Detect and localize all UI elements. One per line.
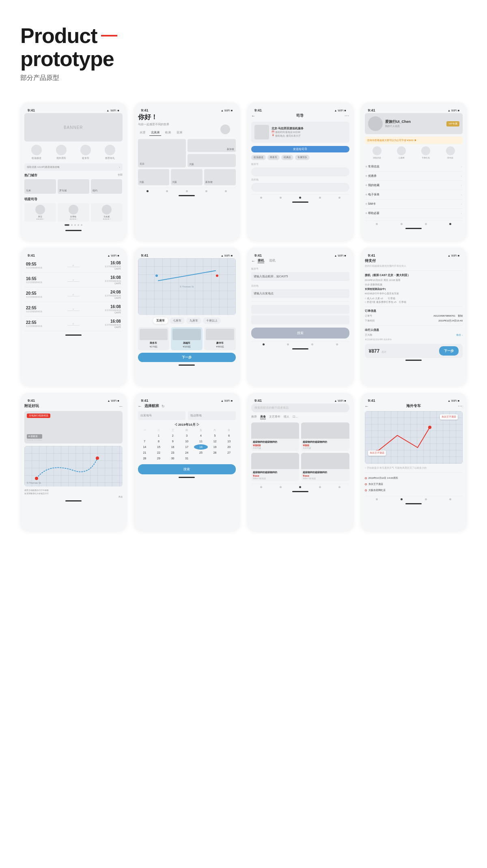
dest-card-beijing[interactable]: 北京 [138, 139, 186, 167]
car-option-3[interactable]: 豪华车 ¥480起 [204, 327, 236, 350]
cal-day[interactable]: 27 [222, 450, 236, 455]
tab-5seat[interactable]: 五座车 [153, 317, 168, 324]
city-card-3[interactable]: 纽约 [91, 179, 123, 194]
cal-day[interactable]: 2 [166, 433, 180, 438]
search-btn-7[interactable]: 搜索 [251, 328, 349, 339]
cal-day[interactable]: 30 [166, 456, 180, 461]
dest-card-osaka[interactable]: 大阪 [187, 154, 236, 167]
tab-hunter[interactable]: 猎人 [284, 415, 289, 419]
cal-day[interactable]: 29 [152, 456, 166, 461]
cal-day[interactable]: 1 [152, 433, 166, 438]
tab-dropoff[interactable]: 送机 [269, 258, 276, 263]
cal-day[interactable]: 7 [138, 439, 152, 444]
cal-day[interactable]: 25 [194, 450, 208, 455]
food-card-3[interactable]: 超级物种的超级物种的 ¥xxx 500m 5折优选 [251, 453, 299, 481]
quick-history[interactable]: 浏览历史 [373, 146, 381, 159]
dest-bottom-1[interactable]: 大阪 [138, 169, 170, 185]
icon-airport[interactable]: 机场接送 [31, 145, 42, 160]
send-to-driver-btn[interactable]: 发送给司导 [251, 146, 349, 152]
tab-food[interactable]: 美食 [260, 415, 266, 419]
car-option-2[interactable]: 高端车 ¥320起 [171, 327, 203, 350]
flight-input[interactable]: 请输入抵达航班，如CA375 [251, 272, 349, 281]
dest-bottom-2[interactable]: 大阪 [171, 169, 203, 185]
destination-input[interactable] [251, 183, 349, 192]
menu-help[interactable]: ○ 帮助必要 › [365, 209, 463, 218]
cal-day[interactable]: 23 [166, 450, 180, 455]
dest-input[interactable]: 请输入出发地点 [251, 289, 349, 298]
menu-sim[interactable]: ○ SIM卡 › [365, 199, 463, 209]
cal-day[interactable]: 19 [208, 444, 222, 450]
promo-bar[interactable]: 领取优惠 UGO约惠香港旅攻略 › [24, 163, 123, 171]
back-button-3[interactable]: ← [251, 114, 255, 118]
back-btn-10[interactable]: ← [138, 404, 142, 408]
to-field[interactable]: 抵达降地 [188, 411, 236, 420]
food-card-1[interactable]: 超级物种的超级物种的 ¥6808 今日可减 [251, 422, 299, 451]
menu-coupon[interactable]: ○ 优惠券 › [365, 171, 463, 181]
additional-field[interactable] [251, 305, 349, 314]
icon-overseas[interactable]: 境外用车 [56, 145, 67, 160]
cal-day[interactable]: 4 [194, 433, 208, 438]
tab-art[interactable]: 文艺青年 [269, 415, 280, 419]
tab-9seat[interactable]: 九座车 [186, 317, 201, 324]
refresh-btn[interactable]: ↻ [162, 404, 165, 408]
more-button-3[interactable]: ··· [345, 114, 349, 118]
cal-day[interactable]: 9 [166, 439, 180, 444]
car-option-1[interactable]: 商务车 ¥270起 [138, 327, 170, 350]
food-card-4[interactable]: 超级物种的超级物种的 ¥xxx 500m 5折优选 [301, 453, 349, 481]
cal-day[interactable]: 16 [166, 444, 180, 450]
tab-10plus[interactable]: 十座以上 [203, 317, 221, 324]
driver-card-3[interactable]: 马龙威 ★★★★☆ [91, 203, 123, 222]
cal-day[interactable]: 21 [138, 450, 152, 455]
cal-day-today[interactable]: 18 [194, 444, 208, 450]
cal-search-btn[interactable]: 搜索 [138, 464, 236, 474]
flight-row-1[interactable]: 09:55 北京首都国际机场 ✈ 16:08 东京羽田国际机场 CA975 [24, 258, 123, 273]
driver-card-1[interactable]: 薛迁 ★★★★☆ [24, 203, 56, 222]
cal-day[interactable]: 31 [180, 456, 194, 461]
cal-day[interactable]: 17 [180, 444, 194, 450]
cal-day[interactable]: 6 [222, 433, 236, 438]
tab-7seat[interactable]: 七座车 [170, 317, 185, 324]
promo-notice[interactable]: 您有待查看超级大赛可以为公司节省 ¥3660 ▶ [365, 137, 463, 144]
icon-charter[interactable]: 租专车 [80, 145, 91, 160]
menu-insurance[interactable]: ○ 电子保单 › [365, 190, 463, 199]
tab-pickup[interactable]: 接机 [258, 258, 264, 263]
cal-day[interactable]: 20 [222, 444, 236, 450]
flight-row-3[interactable]: 20:55 北京首都国际机场 ✈ 24:08 东京羽田国际机场 CA975 [24, 287, 123, 302]
from-field[interactable]: 出发地号 [138, 411, 186, 420]
food-card-2[interactable]: 超级物种的超级物种的 ¥688 今日可减 [301, 422, 349, 451]
more-btn-9[interactable]: ··· [119, 404, 123, 408]
cal-day[interactable]: 10 [180, 439, 194, 444]
cal-day[interactable]: 13 [222, 439, 236, 444]
cal-day[interactable]: 8 [152, 439, 166, 444]
quick-pending[interactable]: 待付款 [446, 146, 455, 159]
flight-row-5[interactable]: 22:55 北京首都国际机场 ✈ 16:08 东京羽田国际机场 CA975 [24, 317, 123, 331]
menu-common-info[interactable]: ○ 常用信息 › [365, 162, 463, 171]
cal-day[interactable]: 3 [180, 433, 194, 438]
cal-day[interactable]: 5 [208, 433, 222, 438]
featured-card[interactable]: 当地旅行线路精选 ♥ 都被迷 ★★★★ 4.5 (99+) [24, 411, 123, 444]
dest-card-top[interactable]: 新加坡 [187, 139, 236, 152]
quick-coupon[interactable]: 卡券红包 [421, 146, 430, 159]
cal-day[interactable]: 24 [180, 450, 194, 455]
back-btn-12[interactable]: ← [365, 404, 369, 408]
driver-card-2[interactable]: 彭博临 ★★★★☆ [58, 203, 89, 222]
activity-search[interactable]: 搜索您想去的餐厅或者菜品 [251, 403, 349, 412]
cal-day[interactable]: 28 [138, 456, 152, 461]
tab-more[interactable]: 口... [293, 415, 298, 419]
icon-recommend[interactable]: 推荐有礼 [105, 145, 115, 160]
menu-favorites[interactable]: ○ 我的收藏 › [365, 181, 463, 190]
back-button-7[interactable]: ← [251, 259, 255, 263]
additional-field-2[interactable] [251, 315, 349, 324]
city-card-2[interactable]: 罗马城 [58, 179, 89, 194]
car-confirm-btn[interactable]: 下一步 [138, 353, 236, 362]
cal-day[interactable]: 14 [138, 444, 152, 450]
cal-day[interactable]: 15 [152, 444, 166, 450]
city-card-1[interactable]: 马来 [24, 179, 56, 194]
cal-day[interactable]: 26 [208, 450, 222, 455]
flight-number-input[interactable] [251, 167, 349, 176]
cal-day[interactable]: 11 [194, 439, 208, 444]
tab-recommend[interactable]: 推荐 [251, 415, 257, 419]
flight-row-4[interactable]: 22:55 北京首都国际机场 ✈ 16:08 东京羽田国际机场 CA975 [24, 302, 123, 317]
flight-row-2[interactable]: 16:55 北京首都国际机场 ✈ 16:08 东京羽田国际机场 CA975 [24, 273, 123, 287]
payment-next-btn[interactable]: 下一步 [439, 346, 459, 356]
